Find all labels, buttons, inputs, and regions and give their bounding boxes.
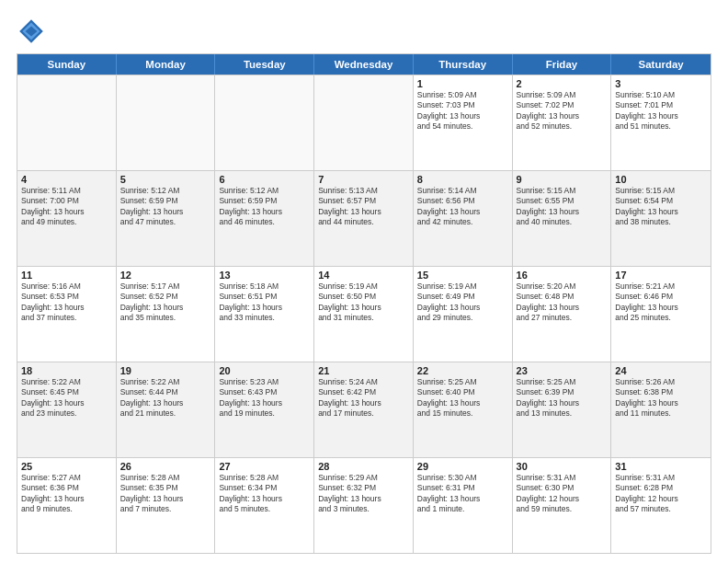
cell-detail: Sunrise: 5:31 AM Sunset: 6:28 PM Dayligh… — [615, 473, 707, 515]
cell-detail: Sunrise: 5:09 AM Sunset: 7:02 PM Dayligh… — [517, 90, 608, 132]
empty-cell — [215, 75, 314, 170]
day-cell-26: 26Sunrise: 5:28 AM Sunset: 6:35 PM Dayli… — [117, 458, 216, 553]
day-cell-28: 28Sunrise: 5:29 AM Sunset: 6:32 PM Dayli… — [314, 458, 414, 553]
cell-detail: Sunrise: 5:20 AM Sunset: 6:48 PM Dayligh… — [517, 282, 608, 324]
day-number: 21 — [318, 365, 409, 376]
calendar-row-1: 4Sunrise: 5:11 AM Sunset: 7:00 PM Daylig… — [17, 170, 711, 266]
day-number: 13 — [219, 270, 310, 281]
day-number: 14 — [318, 270, 409, 281]
cell-detail: Sunrise: 5:12 AM Sunset: 6:59 PM Dayligh… — [219, 186, 310, 228]
day-number: 17 — [615, 270, 707, 281]
cell-detail: Sunrise: 5:24 AM Sunset: 6:42 PM Dayligh… — [318, 377, 409, 419]
day-number: 2 — [517, 78, 608, 89]
cell-detail: Sunrise: 5:28 AM Sunset: 6:35 PM Dayligh… — [120, 473, 211, 515]
day-cell-22: 22Sunrise: 5:25 AM Sunset: 6:40 PM Dayli… — [414, 362, 513, 457]
cell-detail: Sunrise: 5:12 AM Sunset: 6:59 PM Dayligh… — [120, 186, 211, 228]
day-cell-10: 10Sunrise: 5:15 AM Sunset: 6:54 PM Dayli… — [611, 171, 711, 266]
logo-icon — [17, 17, 46, 46]
day-number: 4 — [21, 174, 112, 185]
cell-detail: Sunrise: 5:11 AM Sunset: 7:00 PM Dayligh… — [21, 186, 112, 228]
calendar-row-3: 18Sunrise: 5:22 AM Sunset: 6:45 PM Dayli… — [17, 362, 711, 457]
day-number: 3 — [615, 78, 707, 89]
day-cell-8: 8Sunrise: 5:14 AM Sunset: 6:56 PM Daylig… — [414, 171, 513, 266]
day-number: 10 — [615, 174, 707, 185]
cell-detail: Sunrise: 5:15 AM Sunset: 6:54 PM Dayligh… — [615, 186, 707, 228]
day-number: 12 — [120, 270, 211, 281]
page: SundayMondayTuesdayWednesdayThursdayFrid… — [0, 0, 728, 563]
day-cell-2: 2Sunrise: 5:09 AM Sunset: 7:02 PM Daylig… — [513, 75, 612, 170]
empty-cell — [17, 75, 117, 170]
day-number: 8 — [417, 174, 508, 185]
day-cell-15: 15Sunrise: 5:19 AM Sunset: 6:49 PM Dayli… — [414, 267, 513, 362]
cell-detail: Sunrise: 5:15 AM Sunset: 6:55 PM Dayligh… — [517, 186, 608, 228]
logo — [17, 17, 50, 46]
cell-detail: Sunrise: 5:30 AM Sunset: 6:31 PM Dayligh… — [417, 473, 508, 515]
cell-detail: Sunrise: 5:16 AM Sunset: 6:53 PM Dayligh… — [21, 282, 112, 324]
day-cell-24: 24Sunrise: 5:26 AM Sunset: 6:38 PM Dayli… — [611, 362, 711, 457]
day-cell-7: 7Sunrise: 5:13 AM Sunset: 6:57 PM Daylig… — [314, 171, 414, 266]
cell-detail: Sunrise: 5:19 AM Sunset: 6:50 PM Dayligh… — [318, 282, 409, 324]
calendar-row-0: 1Sunrise: 5:09 AM Sunset: 7:03 PM Daylig… — [17, 75, 711, 170]
cell-detail: Sunrise: 5:18 AM Sunset: 6:51 PM Dayligh… — [219, 282, 310, 324]
day-cell-18: 18Sunrise: 5:22 AM Sunset: 6:45 PM Dayli… — [17, 362, 117, 457]
empty-cell — [117, 75, 216, 170]
day-cell-19: 19Sunrise: 5:22 AM Sunset: 6:44 PM Dayli… — [117, 362, 216, 457]
day-cell-1: 1Sunrise: 5:09 AM Sunset: 7:03 PM Daylig… — [414, 75, 513, 170]
cell-detail: Sunrise: 5:23 AM Sunset: 6:43 PM Dayligh… — [219, 377, 310, 419]
day-number: 9 — [517, 174, 608, 185]
cell-detail: Sunrise: 5:22 AM Sunset: 6:44 PM Dayligh… — [120, 377, 211, 419]
day-number: 31 — [615, 461, 707, 472]
day-number: 30 — [517, 461, 608, 472]
cell-detail: Sunrise: 5:13 AM Sunset: 6:57 PM Dayligh… — [318, 186, 409, 228]
day-cell-16: 16Sunrise: 5:20 AM Sunset: 6:48 PM Dayli… — [513, 267, 612, 362]
day-number: 27 — [219, 461, 310, 472]
day-header-friday: Friday — [513, 54, 612, 75]
day-number: 5 — [120, 174, 211, 185]
cell-detail: Sunrise: 5:10 AM Sunset: 7:01 PM Dayligh… — [615, 90, 707, 132]
cell-detail: Sunrise: 5:25 AM Sunset: 6:39 PM Dayligh… — [517, 377, 608, 419]
cell-detail: Sunrise: 5:27 AM Sunset: 6:36 PM Dayligh… — [21, 473, 112, 515]
day-cell-11: 11Sunrise: 5:16 AM Sunset: 6:53 PM Dayli… — [17, 267, 117, 362]
day-number: 28 — [318, 461, 409, 472]
cell-detail: Sunrise: 5:26 AM Sunset: 6:38 PM Dayligh… — [615, 377, 707, 419]
day-number: 18 — [21, 365, 112, 376]
day-number: 26 — [120, 461, 211, 472]
day-cell-3: 3Sunrise: 5:10 AM Sunset: 7:01 PM Daylig… — [611, 75, 711, 170]
day-number: 29 — [417, 461, 508, 472]
day-header-saturday: Saturday — [611, 54, 711, 75]
day-number: 24 — [615, 365, 707, 376]
calendar-body: 1Sunrise: 5:09 AM Sunset: 7:03 PM Daylig… — [17, 75, 711, 553]
cell-detail: Sunrise: 5:09 AM Sunset: 7:03 PM Dayligh… — [417, 90, 508, 132]
cell-detail: Sunrise: 5:19 AM Sunset: 6:49 PM Dayligh… — [417, 282, 508, 324]
empty-cell — [314, 75, 414, 170]
day-header-monday: Monday — [117, 54, 216, 75]
cell-detail: Sunrise: 5:22 AM Sunset: 6:45 PM Dayligh… — [21, 377, 112, 419]
day-cell-29: 29Sunrise: 5:30 AM Sunset: 6:31 PM Dayli… — [414, 458, 513, 553]
day-header-wednesday: Wednesday — [314, 54, 414, 75]
day-number: 22 — [417, 365, 508, 376]
day-cell-23: 23Sunrise: 5:25 AM Sunset: 6:39 PM Dayli… — [513, 362, 612, 457]
day-number: 23 — [517, 365, 608, 376]
calendar-row-4: 25Sunrise: 5:27 AM Sunset: 6:36 PM Dayli… — [17, 457, 711, 553]
day-cell-6: 6Sunrise: 5:12 AM Sunset: 6:59 PM Daylig… — [215, 171, 314, 266]
day-header-thursday: Thursday — [414, 54, 513, 75]
day-number: 16 — [517, 270, 608, 281]
day-number: 11 — [21, 270, 112, 281]
day-cell-21: 21Sunrise: 5:24 AM Sunset: 6:42 PM Dayli… — [314, 362, 414, 457]
day-cell-4: 4Sunrise: 5:11 AM Sunset: 7:00 PM Daylig… — [17, 171, 117, 266]
day-number: 7 — [318, 174, 409, 185]
day-number: 19 — [120, 365, 211, 376]
day-number: 15 — [417, 270, 508, 281]
day-cell-25: 25Sunrise: 5:27 AM Sunset: 6:36 PM Dayli… — [17, 458, 117, 553]
day-header-tuesday: Tuesday — [215, 54, 314, 75]
day-cell-30: 30Sunrise: 5:31 AM Sunset: 6:30 PM Dayli… — [513, 458, 612, 553]
day-cell-9: 9Sunrise: 5:15 AM Sunset: 6:55 PM Daylig… — [513, 171, 612, 266]
cell-detail: Sunrise: 5:21 AM Sunset: 6:46 PM Dayligh… — [615, 282, 707, 324]
day-cell-14: 14Sunrise: 5:19 AM Sunset: 6:50 PM Dayli… — [314, 267, 414, 362]
day-number: 6 — [219, 174, 310, 185]
day-cell-13: 13Sunrise: 5:18 AM Sunset: 6:51 PM Dayli… — [215, 267, 314, 362]
day-number: 1 — [417, 78, 508, 89]
day-cell-27: 27Sunrise: 5:28 AM Sunset: 6:34 PM Dayli… — [215, 458, 314, 553]
cell-detail: Sunrise: 5:25 AM Sunset: 6:40 PM Dayligh… — [417, 377, 508, 419]
cell-detail: Sunrise: 5:14 AM Sunset: 6:56 PM Dayligh… — [417, 186, 508, 228]
